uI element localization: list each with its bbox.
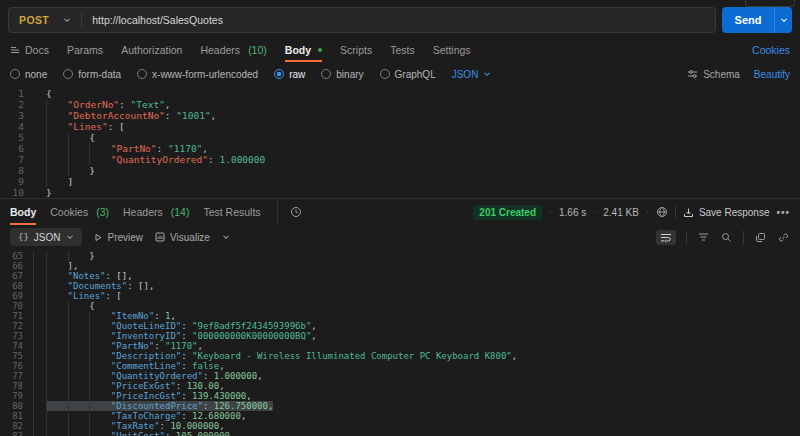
line-number: 83: [0, 431, 34, 436]
copy-icon[interactable]: [754, 231, 767, 244]
response-time: 1.66 s: [559, 207, 586, 218]
tab-settings[interactable]: Settings: [433, 38, 471, 62]
tab-headers[interactable]: Headers (10): [200, 38, 266, 62]
tab-docs[interactable]: Docs: [10, 38, 49, 62]
cookies-count: (3): [96, 206, 109, 218]
code-line: 80"DiscountedPrice": 126.750000,: [0, 401, 800, 411]
tab-response-cookies[interactable]: Cookies (3): [50, 199, 109, 225]
response-toolbar: {} JSON Preview Visualize: [0, 225, 800, 249]
code-line: 66],: [0, 261, 800, 271]
code-line: 2"OrderNo": "Text",: [0, 99, 800, 110]
code-line: 73"InventoryID": "000000000K00000000BQ",: [0, 331, 800, 341]
tab-label: Settings: [433, 44, 471, 56]
code-line: 68"Documents": [],: [0, 281, 800, 291]
code-line: 8}: [0, 165, 800, 176]
code-line: 71"ItemNo": 1,: [0, 311, 800, 321]
tab-authorization[interactable]: Authorization: [121, 38, 182, 62]
line-number: 7: [0, 154, 34, 165]
radio-raw[interactable]: raw: [274, 69, 305, 80]
radio-none[interactable]: none: [10, 69, 47, 80]
tab-test-results[interactable]: Test Results: [203, 199, 260, 225]
tab-tests[interactable]: Tests: [390, 38, 415, 62]
line-number: 75: [0, 351, 34, 361]
code-line: 6"PartNo": "1170",: [0, 143, 800, 154]
line-number: 74: [0, 341, 34, 351]
tab-response-headers[interactable]: Headers (14): [123, 199, 189, 225]
beautify-button[interactable]: Beautify: [754, 69, 790, 80]
chevron-down-icon: [63, 16, 71, 24]
wrap-text-button[interactable]: [656, 230, 676, 245]
sliders-icon: [687, 69, 698, 79]
tab-response-body[interactable]: Body: [10, 199, 36, 225]
play-icon: [94, 233, 103, 242]
tab-scripts[interactable]: Scripts: [340, 38, 372, 62]
radio-icon: [321, 69, 331, 79]
json-braces-icon: {}: [18, 232, 29, 242]
chevron-down-icon: [780, 16, 788, 24]
code-line: 9]: [0, 176, 800, 187]
method-select[interactable]: POST: [9, 14, 81, 26]
code-line: 78"PriceExGst": 130.00,: [0, 381, 800, 391]
url-input[interactable]: http://localhost/SalesQuotes: [82, 14, 223, 26]
code-line: 79"PriceIncGst": 139.430000,: [0, 391, 800, 401]
code-line: 77"QuantityOrdered": 1.000000,: [0, 371, 800, 381]
radio-graphql[interactable]: GraphQL: [380, 69, 436, 80]
line-number: 1: [0, 88, 34, 99]
request-tabs: Docs Params Authorization Headers (10) B…: [0, 38, 800, 62]
send-options-button[interactable]: [774, 7, 792, 33]
response-meta: 201 Created · 1.66 s · 2.41 KB · Save Re…: [473, 199, 790, 225]
cropped-panel-edge: [745, 0, 795, 7]
preview-button[interactable]: Preview: [94, 232, 144, 243]
link-icon[interactable]: [777, 231, 790, 244]
tab-body[interactable]: Body: [285, 38, 322, 62]
tab-label: Params: [67, 44, 103, 56]
request-bar: POST http://localhost/SalesQuotes Send: [0, 0, 800, 38]
line-number: 3: [0, 110, 34, 121]
response-history-button[interactable]: [277, 199, 302, 225]
radio-form-data[interactable]: form-data: [63, 69, 121, 80]
code-line: 70{: [0, 301, 800, 311]
search-icon[interactable]: [720, 231, 733, 244]
cookies-link[interactable]: Cookies: [752, 44, 790, 56]
chevron-down-icon: [66, 233, 74, 241]
save-response-button[interactable]: Save Response: [683, 207, 770, 218]
radio-icon: [137, 69, 147, 79]
send-button[interactable]: Send: [722, 7, 774, 33]
docs-icon: [10, 45, 20, 55]
code-line: 4"Lines": [: [0, 121, 800, 132]
code-line: 3"DebtorAccountNo": "1001",: [0, 110, 800, 121]
save-icon: [683, 207, 694, 218]
line-number: 4: [0, 121, 34, 132]
request-url-bar: POST http://localhost/SalesQuotes: [8, 7, 716, 33]
line-number: 67: [0, 271, 34, 281]
tab-params[interactable]: Params: [67, 38, 103, 62]
line-number: 79: [0, 391, 34, 401]
line-number: 71: [0, 311, 34, 321]
code-line: 76"CommentLine": false,: [0, 361, 800, 371]
code-line: 65}: [0, 251, 800, 261]
radio-icon: [63, 69, 73, 79]
network-globe-icon[interactable]: [656, 206, 668, 218]
line-number: 65: [0, 251, 34, 261]
tab-label: Tests: [390, 44, 415, 56]
raw-format-select[interactable]: JSON: [452, 69, 492, 80]
response-headers-count: (14): [171, 206, 190, 218]
response-body-viewer[interactable]: 65}66],67"Notes": [],68"Documents": [],6…: [0, 249, 800, 436]
code-line: 74"PartNo": "1170",: [0, 341, 800, 351]
radio-urlencoded[interactable]: x-www-form-urlencoded: [137, 69, 258, 80]
code-line: 82"TaxRate": 10.000000,: [0, 421, 800, 431]
code-line: 67"Notes": [],: [0, 271, 800, 281]
code-line: 75"Description": "Keyboard - Wireless Il…: [0, 351, 800, 361]
more-actions-button[interactable]: •••: [776, 207, 790, 218]
response-format-select[interactable]: {} JSON: [10, 228, 82, 246]
visualize-button[interactable]: Visualize: [155, 232, 210, 243]
filter-icon[interactable]: [697, 231, 710, 243]
radio-binary[interactable]: binary: [321, 69, 363, 80]
schema-button[interactable]: Schema: [687, 69, 740, 80]
line-number: 66: [0, 261, 34, 271]
radio-icon: [380, 69, 390, 79]
format-options-chevron[interactable]: [222, 233, 230, 241]
request-body-editor[interactable]: 1{2"OrderNo": "Text",3"DebtorAccountNo":…: [0, 86, 800, 198]
line-number: 82: [0, 421, 34, 431]
response-tabs: Body Cookies (3) Headers (14) Test Resul…: [0, 199, 800, 225]
